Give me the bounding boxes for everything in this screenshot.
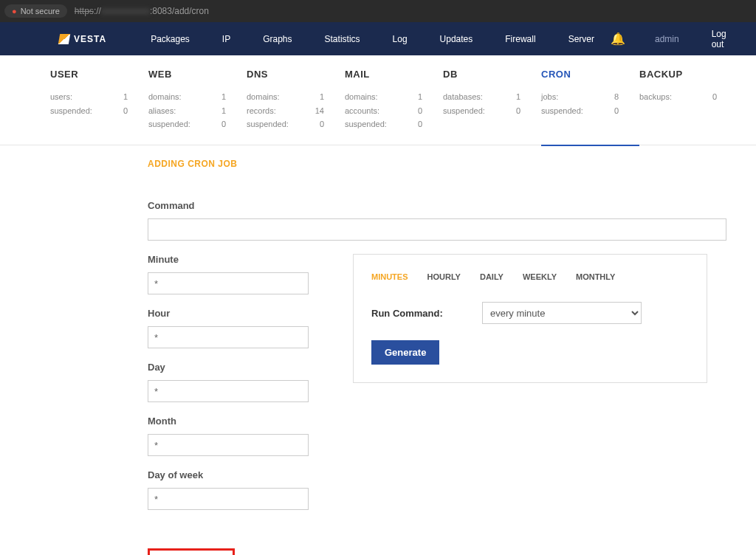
stat-title: USER <box>50 69 141 80</box>
month-input[interactable] <box>148 434 309 456</box>
page-body: ADDING CRON JOB Command Minute Hour Day … <box>0 145 756 555</box>
stat-row: aliases:1 <box>148 104 239 118</box>
nav-packages[interactable]: Packages <box>134 34 206 44</box>
tab-minutes[interactable]: MINUTES <box>371 272 408 281</box>
brand-label: VESTA <box>74 34 106 44</box>
stat-row: backups:0 <box>639 90 730 104</box>
label-dow: Day of week <box>148 469 309 480</box>
label-minute: Minute <box>148 254 309 265</box>
browser-address-bar: ● Not secure https://xxxxxxxxxxx:8083/ad… <box>0 0 756 22</box>
stat-row: suspended:0 <box>345 117 436 131</box>
cron-helper-panel: MINUTES HOURLY DAILY WEEKLY MONTHLY Run … <box>353 254 707 383</box>
label-command: Command <box>148 200 756 211</box>
stat-row: databases:1 <box>443 90 534 104</box>
stat-row: suspended:0 <box>541 104 632 118</box>
hour-input[interactable] <box>148 326 309 348</box>
vesta-logo-icon <box>58 34 70 44</box>
stat-row: jobs:8 <box>541 90 632 104</box>
helper-tabs: MINUTES HOURLY DAILY WEEKLY MONTHLY <box>371 272 689 281</box>
command-input[interactable] <box>148 218 726 241</box>
stat-row: domains:1 <box>148 90 239 104</box>
page-title: ADDING CRON JOB <box>148 159 756 169</box>
stat-title: BACKUP <box>639 69 730 80</box>
stat-row: suspended:0 <box>443 104 534 118</box>
stat-row: domains:1 <box>247 90 337 104</box>
label-month: Month <box>148 416 309 427</box>
label-run-command: Run Command: <box>371 308 453 319</box>
tab-weekly[interactable]: WEEKLY <box>523 272 557 281</box>
minute-input[interactable] <box>148 272 309 294</box>
generate-button[interactable]: Generate <box>371 340 439 365</box>
nav-server[interactable]: Server <box>552 34 611 44</box>
address-url[interactable]: https://xxxxxxxxxxx:8083/add/cron <box>75 6 209 16</box>
nav-updates[interactable]: Updates <box>424 34 489 44</box>
nav-admin[interactable]: admin <box>639 34 695 44</box>
label-hour: Hour <box>148 308 309 319</box>
stat-row: suspended:0 <box>50 104 141 118</box>
warning-icon: ● <box>12 7 17 15</box>
day-input[interactable] <box>148 380 309 402</box>
bell-icon[interactable]: 🔔 <box>611 32 625 46</box>
stat-col-user[interactable]: USERusers:1suspended:0 <box>50 69 148 131</box>
tab-hourly[interactable]: HOURLY <box>427 272 461 281</box>
dow-input[interactable] <box>148 488 309 510</box>
nav-firewall[interactable]: Firewall <box>489 34 551 44</box>
add-highlight-box: Add <box>148 548 235 555</box>
tab-daily[interactable]: DAILY <box>480 272 504 281</box>
stat-row: domains:1 <box>345 90 436 104</box>
brand-logo[interactable]: VESTA <box>59 34 106 44</box>
stat-row: users:1 <box>50 90 141 104</box>
not-secure-badge: ● Not secure <box>4 4 67 18</box>
stat-title: DNS <box>247 69 337 80</box>
stats-bar: USERusers:1suspended:0WEBdomains:1aliase… <box>0 55 756 145</box>
stat-title: DB <box>443 69 534 80</box>
stat-row: records:14 <box>247 104 337 118</box>
nav-logout[interactable]: Log out <box>695 29 756 49</box>
run-command-select[interactable]: every minute <box>482 302 642 324</box>
stat-row: suspended:0 <box>148 117 239 131</box>
stat-col-mail[interactable]: MAILdomains:1accounts:0suspended:0 <box>345 69 443 131</box>
label-day: Day <box>148 362 309 373</box>
stat-row: accounts:0 <box>345 104 436 118</box>
stat-title: WEB <box>148 69 239 80</box>
stat-col-dns[interactable]: DNSdomains:1records:14suspended:0 <box>247 69 345 131</box>
nav-ip[interactable]: IP <box>206 34 247 44</box>
tab-monthly[interactable]: MONTHLY <box>576 272 615 281</box>
stat-col-backup[interactable]: BACKUPbackups:0 <box>639 69 738 131</box>
stat-col-cron[interactable]: CRONjobs:8suspended:0 <box>541 69 639 146</box>
stat-col-db[interactable]: DBdatabases:1suspended:0 <box>443 69 541 131</box>
nav-log[interactable]: Log <box>377 34 424 44</box>
nav-statistics[interactable]: Statistics <box>309 34 377 44</box>
stat-title: CRON <box>541 69 632 80</box>
nav-graphs[interactable]: Graphs <box>247 34 308 44</box>
stat-col-web[interactable]: WEBdomains:1aliases:1suspended:0 <box>148 69 247 131</box>
stat-row: suspended:0 <box>247 117 337 131</box>
top-nav: VESTA Packages IP Graphs Statistics Log … <box>0 22 756 55</box>
form-actions: Add Back <box>148 548 756 555</box>
not-secure-label: Not secure <box>21 7 60 15</box>
stat-title: MAIL <box>345 69 436 80</box>
